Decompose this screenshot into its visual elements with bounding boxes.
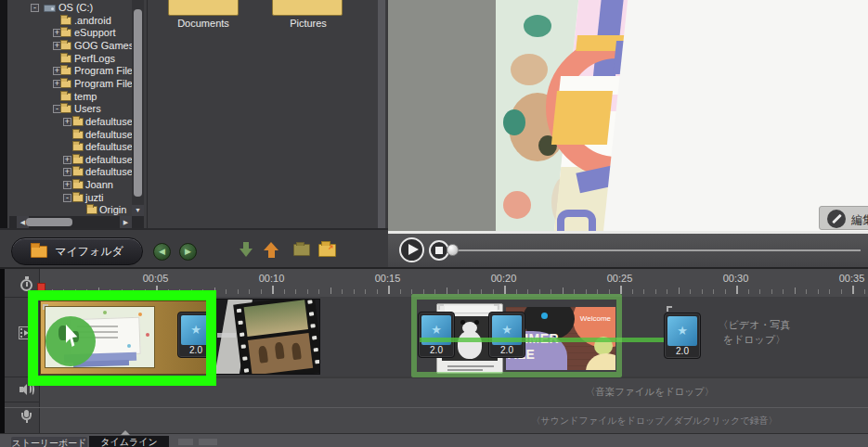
folder-icon <box>72 168 84 176</box>
tree-item-defaultuser[interactable]: defaultuser <box>7 141 147 153</box>
ruler-tick <box>736 286 738 294</box>
app-window: -OS (C:).android+eSupport+GOG GamesPerfL… <box>0 0 868 447</box>
folder-icon <box>72 131 84 139</box>
tree-item-defaultuser[interactable]: +defaultuser <box>7 116 147 128</box>
tree-hscroll-thumb[interactable] <box>26 218 72 226</box>
transition-1[interactable]: ★2.0 <box>177 312 214 358</box>
ruler-tick <box>411 289 412 294</box>
folder-icon <box>72 118 84 126</box>
documents-folder-label[interactable]: Documents <box>152 18 254 29</box>
ruler-tick <box>748 289 749 294</box>
tree-expander[interactable]: - <box>31 4 39 12</box>
my-folder-button[interactable]: マイフォルダ <box>11 237 143 265</box>
sound-track-icon <box>21 410 32 424</box>
transition-2[interactable]: ★2.0 <box>418 312 455 358</box>
tree-expander[interactable]: - <box>63 194 71 202</box>
tree-item-juzti[interactable]: -juzti <box>7 192 147 204</box>
forward-button[interactable]: ▶ <box>179 243 197 261</box>
edit-button-label: 編集 <box>851 212 868 228</box>
music-track-icon <box>19 384 33 395</box>
tree-item-defaultuser[interactable]: defaultuser <box>7 129 147 141</box>
seek-slider-track[interactable] <box>455 249 861 251</box>
tab-storyboard[interactable]: ストーリーボード <box>11 437 87 447</box>
tree-expander[interactable]: + <box>63 156 71 164</box>
pictures-folder-label[interactable]: Pictures <box>257 18 359 29</box>
ruler-tick <box>249 289 250 294</box>
ruler-label: 00:05 <box>143 273 169 284</box>
tree-vertical-scrollbar[interactable]: ▼ <box>132 0 144 216</box>
tree-item-label: Program Files <box>74 65 137 76</box>
ruler-tick <box>643 289 644 294</box>
tree-item-defaultuser[interactable]: +defaultuser <box>7 166 147 178</box>
tree-item-os-c-[interactable]: -OS (C:) <box>7 2 147 14</box>
tree-expander[interactable]: + <box>63 181 71 189</box>
tree-item-label: defaultuser <box>85 166 136 177</box>
ruler-tick <box>179 289 180 294</box>
files-panel-scrollbar[interactable] <box>378 0 385 228</box>
ruler-tick <box>202 289 203 294</box>
tree-item-label: Program Files <box>74 78 137 89</box>
tree-item-origin[interactable]: Origin <box>7 204 147 216</box>
ruler-tick <box>516 289 517 294</box>
ruler-tick <box>632 289 633 294</box>
drive-icon <box>44 5 56 12</box>
folder-icon <box>60 17 71 25</box>
ruler-tick <box>795 287 796 294</box>
timeline-ruler[interactable]: 00:0500:1000:1500:2000:2500:3000:35 <box>40 269 868 297</box>
folder-icon <box>60 42 71 50</box>
ruler-tick <box>852 286 854 294</box>
tree-item-program-files[interactable]: +Program Files <box>7 78 147 90</box>
tree-item--android[interactable]: .android <box>7 15 147 27</box>
clip-1-thumbnail[interactable] <box>45 306 155 368</box>
tree-item-label: defaultuser <box>85 154 136 165</box>
tree-vscroll-down-button[interactable]: ▼ <box>132 205 144 216</box>
pictures-folder-icon[interactable] <box>272 0 343 16</box>
documents-folder-icon[interactable] <box>168 0 239 16</box>
tree-item-label: GOG Games <box>74 40 134 51</box>
tree-hscroll-right-button[interactable]: ▶ <box>120 216 132 228</box>
ruler-tick <box>806 289 807 294</box>
tab-timeline[interactable]: タイムライン <box>89 436 169 447</box>
tree-item-defaultuser[interactable]: +defaultuser <box>7 154 147 166</box>
tree-horizontal-scrollbar[interactable]: ◀ ▶ <box>9 216 144 228</box>
folder-closed-icon[interactable] <box>293 244 310 256</box>
tree-item-program-files[interactable]: +Program Files <box>7 65 147 77</box>
ruler-tick <box>133 289 134 294</box>
transition-4[interactable]: ★2.0 <box>664 313 701 359</box>
tree-item-gog-games[interactable]: +GOG Games <box>7 40 147 52</box>
ruler-tick <box>679 287 680 294</box>
tree-vscroll-thumb[interactable] <box>134 9 142 197</box>
folder-import-icon[interactable] <box>318 244 336 257</box>
ruler-tick <box>818 289 819 294</box>
edit-button[interactable]: 編集 <box>819 206 868 230</box>
seek-slider-thumb[interactable] <box>447 244 459 256</box>
tree-expander[interactable]: + <box>63 118 71 126</box>
back-button[interactable]: ◀ <box>153 243 171 261</box>
tree-item-esupport[interactable]: +eSupport <box>7 27 147 39</box>
artwork-blob <box>524 15 551 37</box>
ruler-tick <box>527 289 528 294</box>
my-folder-label: マイフォルダ <box>55 244 123 260</box>
folder-icon <box>86 206 97 214</box>
transition-star-icon: ★ <box>181 315 211 345</box>
play-button[interactable] <box>399 237 424 262</box>
ruler-tick <box>110 289 110 294</box>
folder-icon <box>60 29 71 37</box>
ruler-label: 00:25 <box>607 273 633 284</box>
timeline-clip-2[interactable] <box>214 299 320 375</box>
tree-item-label: temp <box>74 91 97 102</box>
tree-item-perflogs[interactable]: PerfLogs <box>7 53 147 65</box>
folder-icon <box>60 55 71 63</box>
transition-3[interactable]: ★2.0 <box>488 312 525 358</box>
playhead-marker[interactable] <box>37 283 45 294</box>
ruler-tick <box>156 286 158 294</box>
tree-item-temp[interactable]: temp <box>7 91 147 103</box>
ruler-tick <box>377 289 378 294</box>
folder-icon <box>60 80 71 88</box>
filmstrip-thumbnail <box>233 299 320 375</box>
tree-item-joann[interactable]: +Joann <box>7 179 147 191</box>
tree-expander[interactable]: + <box>63 168 71 176</box>
folder-icon <box>60 67 71 75</box>
tree-item-users[interactable]: -Users <box>7 103 147 115</box>
tree-item-label: Joann <box>85 179 113 190</box>
